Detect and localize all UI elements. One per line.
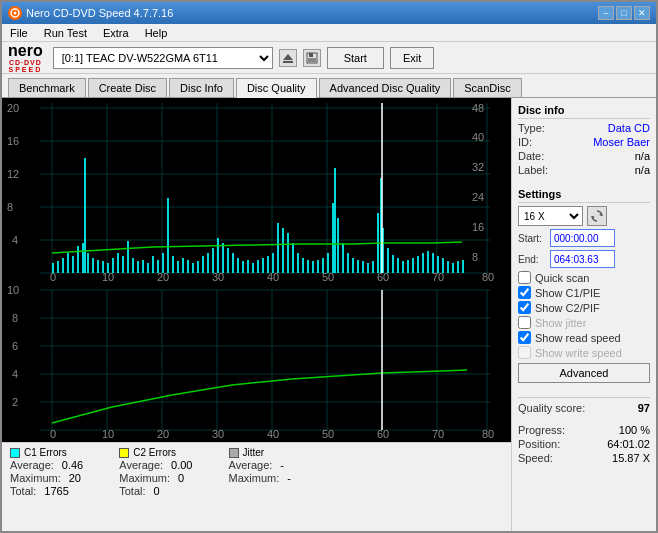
tab-scandisc[interactable]: ScanDisc [453, 78, 521, 97]
quality-section: Quality score: 97 [518, 397, 650, 416]
tab-benchmark[interactable]: Benchmark [8, 78, 86, 97]
close-button[interactable]: ✕ [634, 6, 650, 20]
svg-text:48: 48 [472, 102, 484, 114]
svg-rect-66 [162, 253, 164, 273]
window-title: Nero CD-DVD Speed 4.7.7.16 [26, 7, 173, 19]
speed-select[interactable]: 16 X [518, 206, 583, 226]
svg-rect-116 [402, 261, 404, 273]
svg-rect-87 [267, 256, 269, 273]
svg-rect-52 [92, 258, 94, 273]
svg-rect-126 [452, 263, 454, 273]
bottom-chart-svg: 10 8 6 4 2 0 10 20 30 40 50 60 70 80 [2, 285, 494, 440]
refresh-button[interactable] [587, 206, 607, 226]
quality-score-row: Quality score: 97 [518, 402, 650, 414]
svg-rect-45 [62, 258, 64, 273]
start-time-input[interactable] [550, 229, 615, 247]
disc-date-value: n/a [635, 150, 650, 162]
logo-cdspeed: CD·DVD [9, 59, 42, 66]
svg-rect-100 [332, 203, 334, 273]
c2pif-label: Show C2/PIF [535, 302, 600, 314]
svg-rect-57 [117, 253, 119, 273]
legend-jitter-header: Jitter [229, 447, 291, 458]
write-speed-label: Show write speed [535, 347, 622, 359]
c1pie-checkbox[interactable] [518, 286, 531, 299]
svg-rect-95 [307, 260, 309, 273]
svg-rect-5 [309, 53, 313, 57]
title-bar: Nero CD-DVD Speed 4.7.7.16 – □ ✕ [2, 2, 656, 24]
exit-button[interactable]: Exit [390, 47, 434, 69]
end-time-input[interactable] [550, 250, 615, 268]
svg-text:8: 8 [7, 201, 13, 213]
legend-c2: C2 Errors Average: 0.00 Maximum: 0 Total… [119, 447, 192, 497]
progress-row: Progress: 100 % [518, 424, 650, 436]
svg-rect-65 [157, 260, 159, 273]
svg-rect-104 [347, 253, 349, 273]
svg-rect-74 [202, 256, 204, 273]
legend-c2-box [119, 448, 129, 458]
app-icon [8, 6, 22, 20]
quick-scan-checkbox[interactable] [518, 271, 531, 284]
write-speed-checkbox[interactable] [518, 346, 531, 359]
svg-rect-78 [222, 243, 224, 273]
svg-rect-107 [362, 261, 364, 273]
toolbar: nero CD·DVD SPEED [0:1] TEAC DV-W522GMA … [2, 42, 656, 74]
legend-c2-header: C2 Errors [119, 447, 192, 458]
svg-rect-6 [308, 58, 316, 62]
svg-rect-76 [212, 248, 214, 273]
c2pif-checkbox[interactable] [518, 301, 531, 314]
advanced-button[interactable]: Advanced [518, 363, 650, 383]
drive-select[interactable]: [0:1] TEAC DV-W522GMA 6T11 [53, 47, 273, 69]
tab-create-disc[interactable]: Create Disc [88, 78, 167, 97]
read-speed-checkbox[interactable] [518, 331, 531, 344]
start-button[interactable]: Start [327, 47, 384, 69]
disc-type-value: Data CD [608, 122, 650, 134]
svg-text:20: 20 [157, 428, 169, 440]
svg-text:16: 16 [472, 221, 484, 233]
disc-label-label: Label: [518, 164, 548, 176]
svg-rect-91 [287, 233, 289, 273]
legend-c2-max: Maximum: 0 [119, 472, 192, 484]
logo-nero: nero [8, 43, 43, 59]
tab-disc-quality[interactable]: Disc Quality [236, 78, 317, 98]
disc-label-row: Label: n/a [518, 164, 650, 176]
position-row: Position: 64:01.02 [518, 438, 650, 450]
legend-c1-label: C1 Errors [24, 447, 67, 458]
speed-value: 15.87 X [612, 452, 650, 464]
svg-rect-101 [334, 168, 336, 273]
svg-rect-71 [187, 260, 189, 273]
menu-help[interactable]: Help [141, 26, 172, 40]
menu-extra[interactable]: Extra [99, 26, 133, 40]
svg-point-1 [14, 12, 17, 15]
legend-c1-max: Maximum: 20 [10, 472, 83, 484]
save-button[interactable] [303, 49, 321, 67]
svg-rect-69 [177, 261, 179, 273]
menu-run-test[interactable]: Run Test [40, 26, 91, 40]
tabs: Benchmark Create Disc Disc Info Disc Qua… [2, 74, 656, 98]
svg-rect-96 [312, 261, 314, 273]
progress-label: Progress: [518, 424, 565, 436]
legend-jitter-label: Jitter [243, 447, 265, 458]
bottom-chart: 10 8 6 4 2 0 10 20 30 40 50 60 70 80 [2, 285, 511, 442]
svg-text:16: 16 [7, 135, 19, 147]
disc-info-section: Disc info Type: Data CD ID: Moser Baer D… [518, 104, 650, 178]
svg-rect-105 [352, 258, 354, 273]
svg-rect-85 [257, 260, 259, 273]
svg-rect-113 [387, 248, 389, 273]
tab-disc-info[interactable]: Disc Info [169, 78, 234, 97]
eject-button[interactable] [279, 49, 297, 67]
tab-advanced-disc-quality[interactable]: Advanced Disc Quality [319, 78, 452, 97]
svg-rect-72 [192, 263, 194, 273]
minimize-button[interactable]: – [598, 6, 614, 20]
svg-rect-86 [262, 258, 264, 273]
c2pif-row: Show C2/PIF [518, 301, 650, 314]
menu-file[interactable]: File [6, 26, 32, 40]
svg-rect-53 [97, 260, 99, 273]
svg-text:40: 40 [267, 428, 279, 440]
quick-scan-label: Quick scan [535, 272, 589, 284]
svg-rect-80 [232, 253, 234, 273]
title-bar-left: Nero CD-DVD Speed 4.7.7.16 [8, 6, 173, 20]
svg-rect-68 [172, 256, 174, 273]
maximize-button[interactable]: □ [616, 6, 632, 20]
jitter-checkbox[interactable] [518, 316, 531, 329]
svg-rect-92 [292, 243, 294, 273]
